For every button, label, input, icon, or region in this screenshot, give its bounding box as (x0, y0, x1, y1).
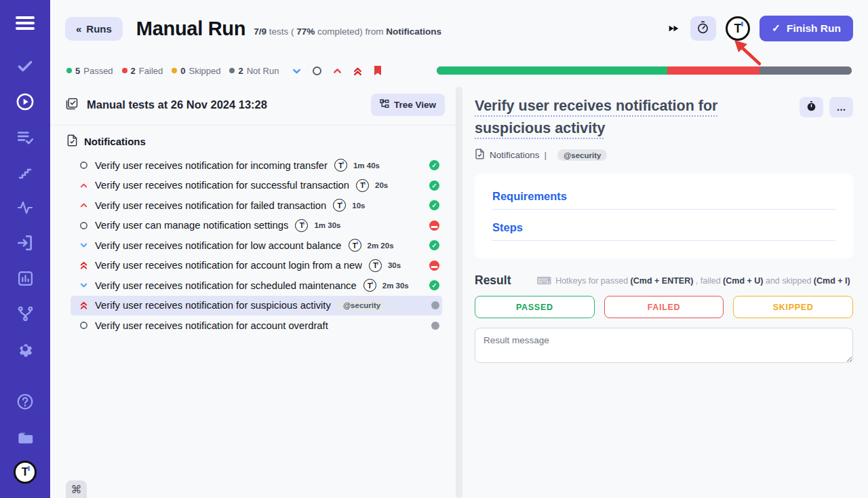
detail-card: Requirements Steps (475, 174, 853, 258)
steps-section-link[interactable]: Steps (492, 221, 835, 241)
test-tag[interactable]: @security (337, 300, 387, 311)
breadcrumb-tag[interactable]: @security (557, 149, 607, 161)
test-plans-icon[interactable] (0, 119, 50, 155)
not-run-dot-icon (229, 68, 235, 73)
test-row[interactable]: Verify user receives notification for in… (71, 155, 442, 176)
progress-segment-passed (437, 66, 667, 75)
test-list-header: Manual tests at 26 Nov 2024 13:28 Tree V… (50, 84, 456, 126)
chevron-up-filter-icon[interactable] (332, 66, 342, 76)
check-icon: ✓ (772, 22, 781, 35)
topbar-actions: T ✓ Finish Run (667, 16, 853, 41)
detail-more-button[interactable]: … (829, 97, 853, 117)
fast-forward-icon[interactable] (667, 22, 681, 35)
result-label: Result (475, 273, 511, 288)
run-progress-bar (437, 66, 852, 75)
bookmark-filter-icon[interactable] (373, 65, 382, 76)
settings-gear-icon[interactable] (0, 331, 50, 366)
testomat-logo-icon: T (14, 461, 37, 484)
panel-resizer[interactable] (456, 87, 462, 498)
test-duration: 1m 30s (314, 221, 340, 229)
detail-timer-button[interactable] (800, 97, 823, 117)
requirements-section-link[interactable]: Requirements (492, 190, 835, 210)
run-title: Manual tests at 26 Nov 2024 13:28 (87, 98, 267, 111)
testomat-badge-icon: T (295, 219, 308, 232)
passed-button[interactable]: PASSED (475, 296, 595, 318)
status-passed-icon: ✓ (429, 160, 439, 170)
app-logo[interactable]: T (0, 455, 50, 490)
test-title: Verify user can manage notification sett… (95, 220, 288, 231)
result-message-input[interactable] (475, 328, 853, 363)
test-title: Verify user receives notification for su… (95, 300, 331, 311)
chevron-up-icon (79, 181, 88, 190)
failed-button[interactable]: FAILED (604, 296, 724, 318)
status-passed-icon: ✓ (429, 200, 439, 210)
tree-view-label: Tree View (394, 100, 436, 110)
tests-check-icon[interactable] (0, 49, 50, 84)
progress-segment-not-run (760, 66, 852, 75)
test-row[interactable]: Verify user receives notification for ac… (71, 315, 442, 336)
skipped-button[interactable]: SKIPPED (733, 296, 853, 318)
test-duration: 1m 40s (353, 161, 380, 170)
completed-word: completed) from (315, 26, 386, 37)
circle-icon (79, 161, 88, 170)
back-to-runs-button[interactable]: « Runs (65, 17, 123, 41)
finish-run-button[interactable]: ✓ Finish Run (760, 16, 853, 41)
chevrons-up-filter-icon[interactable] (353, 66, 363, 76)
status-passed-icon: ✓ (429, 280, 439, 290)
status-passed-icon: ✓ (429, 180, 439, 191)
branches-icon[interactable] (0, 296, 50, 331)
test-title: Verify user receives notification for ac… (95, 260, 362, 271)
test-duration: 2m 30s (382, 282, 409, 290)
test-duration: 20s (375, 181, 388, 189)
run-progress-summary: 7/9 tests ( 77% completed) from Notifica… (254, 20, 441, 37)
runs-play-icon[interactable] (0, 84, 50, 119)
chevron-down-filter-icon[interactable] (292, 66, 302, 76)
hotkeys-hint: ⌨ Hotkeys for passed (Cmd + ENTER) , fai… (536, 275, 850, 287)
testomat-badge-icon: T (369, 259, 382, 272)
detail-actions: … (800, 95, 853, 140)
help-icon[interactable] (0, 384, 50, 419)
test-row[interactable]: Verify user receives notification for ac… (71, 256, 442, 276)
suite-folder-row[interactable]: Notifications (50, 126, 456, 154)
testomat-badge-icon: T (363, 279, 376, 292)
test-duration: 10s (352, 202, 365, 210)
chevron-down-icon (79, 281, 88, 290)
activity-pulse-icon[interactable] (0, 190, 50, 225)
progress-segment-failed (667, 66, 760, 75)
test-row[interactable]: Verify user receives notification for fa… (71, 195, 442, 216)
test-title: Verify user receives notification for su… (95, 180, 349, 191)
tests-fraction: 7/9 (254, 26, 267, 37)
import-icon[interactable] (0, 225, 50, 261)
circle-filter-icon[interactable] (312, 66, 322, 76)
test-row[interactable]: Verify user receives notification for lo… (71, 235, 442, 256)
reports-chart-icon[interactable] (0, 261, 50, 296)
page-title: Manual Run (136, 18, 245, 40)
test-row[interactable]: Verify user receives notification for sc… (71, 275, 442, 296)
projects-folder-icon[interactable] (0, 419, 50, 455)
account-logo-icon[interactable]: T (726, 16, 750, 41)
suite-folder-label: Notifications (84, 136, 146, 147)
timer-button[interactable] (690, 16, 716, 41)
app-window: T « Runs Manual Run 7/9 tests ( 77% comp… (0, 0, 868, 498)
breadcrumb-folder[interactable]: Notifications (490, 150, 540, 160)
tree-icon (380, 99, 389, 111)
skipped-count: 0Skipped (172, 66, 220, 76)
failed-count: 2Failed (122, 66, 163, 76)
test-title: Verify user receives notification for ac… (95, 320, 328, 331)
test-row[interactable]: Verify user receives notification for su… (71, 296, 442, 316)
test-detail-title[interactable]: Verify user receives notification for su… (475, 95, 793, 140)
finish-run-label: Finish Run (787, 22, 841, 35)
test-detail-panel: Verify user receives notification for su… (462, 84, 868, 498)
steps-icon[interactable] (0, 155, 50, 190)
menu-icon[interactable] (0, 7, 50, 39)
passed-dot-icon (66, 68, 72, 73)
content: Manual tests at 26 Nov 2024 13:28 Tree V… (50, 84, 868, 498)
testomat-badge-icon: T (333, 199, 346, 212)
test-row[interactable]: Verify user can manage notification sett… (71, 216, 442, 236)
cmd-key-badge[interactable]: ⌘ (66, 480, 87, 498)
tests-word: tests ( (267, 26, 296, 37)
keyboard-icon: ⌨ (536, 275, 551, 287)
circle-icon (79, 321, 88, 330)
tree-view-button[interactable]: Tree View (371, 94, 445, 116)
test-row[interactable]: Verify user receives notification for su… (71, 176, 442, 196)
